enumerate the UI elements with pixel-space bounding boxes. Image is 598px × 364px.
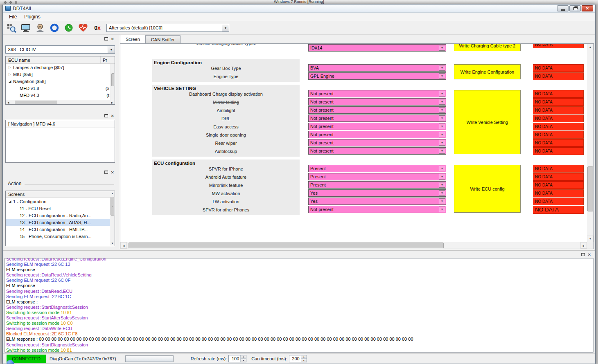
expert-mode-icon[interactable] bbox=[35, 22, 45, 33]
vm-close-icon[interactable] bbox=[4, 1, 7, 4]
scroll-down-icon[interactable]: ▼ bbox=[110, 241, 115, 246]
collapsed-icon[interactable]: ▷ bbox=[7, 72, 12, 76]
spin-down-icon[interactable]: ▼ bbox=[301, 359, 307, 362]
field-combo[interactable]: Not present▼ bbox=[308, 139, 446, 146]
field-combo[interactable]: ID#14 ▼ bbox=[308, 44, 446, 52]
field-combo[interactable]: Not present▼ bbox=[308, 131, 446, 138]
float-panel-icon[interactable] bbox=[104, 37, 108, 40]
column-ecu-name[interactable]: ECU name bbox=[6, 56, 101, 63]
screens-header[interactable]: Screens bbox=[6, 191, 115, 198]
chevron-down-icon[interactable]: ▼ bbox=[439, 190, 445, 196]
field-combo[interactable]: Present▼ bbox=[308, 173, 446, 180]
chevron-down-icon[interactable]: ▼ bbox=[439, 140, 445, 146]
vehicle-select[interactable]: X98 - CLIO IV ▼ bbox=[5, 45, 115, 54]
write-button[interactable]: Write Charging Cable type 2 bbox=[454, 44, 521, 51]
field-combo[interactable]: Not present▼ bbox=[308, 90, 446, 97]
screens-tree-row[interactable]: 15 - Phone, Consumption & Learn... bbox=[6, 233, 115, 240]
chevron-down-icon[interactable]: ▼ bbox=[439, 107, 445, 113]
vm-minimize-icon[interactable] bbox=[9, 1, 12, 4]
write-button[interactable]: Write ECU config bbox=[454, 165, 521, 213]
chevron-down-icon[interactable]: ▼ bbox=[439, 115, 445, 121]
hex-mode-icon[interactable]: 0x bbox=[92, 22, 103, 33]
spin-up-icon[interactable]: ▲ bbox=[241, 355, 246, 359]
scrollbar-thumb[interactable] bbox=[111, 73, 114, 86]
field-combo[interactable]: GPL Engine▼ bbox=[308, 72, 446, 80]
auto-refresh-icon[interactable] bbox=[63, 22, 74, 33]
screens-tree-row[interactable]: 14 - ECU configuration - HMI.TP... bbox=[6, 226, 115, 233]
chevron-down-icon[interactable]: ▼ bbox=[222, 24, 229, 31]
scroll-left-icon[interactable]: ◀ bbox=[120, 242, 127, 249]
chevron-down-icon[interactable]: ▼ bbox=[439, 65, 445, 71]
scrollbar-thumb[interactable] bbox=[111, 197, 114, 216]
vertical-scrollbar[interactable]: ▲ ▼ bbox=[110, 191, 115, 246]
screen-mode-icon[interactable] bbox=[20, 22, 31, 33]
write-button[interactable]: Write Vehicle Setting bbox=[454, 90, 521, 154]
spin-down-icon[interactable]: ▼ bbox=[241, 359, 246, 362]
screens-tree-row[interactable]: 11 - ECU Reset bbox=[6, 205, 115, 212]
selected-ecu-item[interactable]: [ Navigation ] MFD v4.6 bbox=[6, 120, 115, 128]
chevron-down-icon[interactable]: ▼ bbox=[439, 45, 445, 51]
restore-button[interactable] bbox=[569, 5, 581, 11]
float-panel-icon[interactable] bbox=[104, 171, 108, 174]
field-combo[interactable]: Not present▼ bbox=[308, 206, 446, 213]
horizontal-scrollbar[interactable]: ◀ ▶ bbox=[120, 242, 587, 249]
minimize-button[interactable] bbox=[557, 5, 569, 11]
scroll-right-icon[interactable]: ▶ bbox=[110, 101, 115, 104]
write-button[interactable]: Write Engine Configuration bbox=[454, 64, 521, 79]
tab-screen[interactable]: Screen bbox=[120, 35, 146, 43]
chevron-down-icon[interactable]: ▼ bbox=[439, 124, 445, 129]
scroll-right-icon[interactable]: ▶ bbox=[580, 242, 587, 249]
chevron-down-icon[interactable]: ▼ bbox=[439, 198, 445, 204]
chevron-down-icon[interactable]: ▼ bbox=[439, 174, 445, 180]
scroll-left-icon[interactable]: ◀ bbox=[6, 101, 11, 104]
ecu-tree-row[interactable]: MFD v1.8(x bbox=[6, 85, 115, 92]
menu-file[interactable]: File bbox=[5, 13, 20, 20]
float-panel-icon[interactable] bbox=[581, 253, 585, 256]
collapsed-icon[interactable]: ▷ bbox=[7, 65, 12, 69]
scroll-down-icon[interactable]: ▼ bbox=[587, 236, 593, 242]
close-panel-icon[interactable]: ✕ bbox=[111, 114, 114, 118]
expanded-icon[interactable]: ◢ bbox=[7, 200, 12, 204]
column-pr[interactable]: Pr bbox=[101, 58, 115, 63]
refresh-icon[interactable] bbox=[49, 22, 60, 33]
scan-ecu-icon[interactable] bbox=[6, 22, 17, 33]
session-select[interactable]: After sales (default) [10C0] ▼ bbox=[106, 24, 229, 32]
scrollbar-thumb[interactable] bbox=[15, 101, 57, 104]
field-combo[interactable]: Not present▼ bbox=[308, 98, 446, 106]
log-view[interactable]: Sending request :DataRead.Engine_Configu… bbox=[5, 258, 593, 353]
menu-plugins[interactable]: Plugins bbox=[20, 13, 44, 20]
close-panel-icon[interactable]: ✕ bbox=[588, 253, 591, 256]
scrollbar-thumb[interactable] bbox=[587, 166, 593, 211]
field-combo[interactable]: BVA▼ bbox=[308, 64, 446, 72]
field-combo[interactable]: Yes▼ bbox=[308, 189, 446, 197]
field-combo[interactable]: Present▼ bbox=[308, 181, 446, 189]
can-timeout-value[interactable]: 200 bbox=[289, 355, 301, 362]
chevron-down-icon[interactable]: ▼ bbox=[108, 46, 115, 53]
refresh-rate-spinner[interactable]: 100 ▲ ▼ bbox=[228, 355, 246, 362]
chevron-down-icon[interactable]: ▼ bbox=[439, 207, 445, 212]
screens-tree-row[interactable]: 12 - ECU configuration - Radio,Au... bbox=[6, 212, 115, 219]
close-panel-icon[interactable]: ✕ bbox=[111, 37, 114, 41]
ecu-tree-row[interactable]: ▷Lampes à décharge [$07] bbox=[6, 64, 115, 71]
chevron-down-icon[interactable]: ▼ bbox=[439, 132, 445, 137]
chevron-down-icon[interactable]: ▼ bbox=[439, 91, 445, 97]
spin-up-icon[interactable]: ▲ bbox=[301, 355, 307, 359]
field-combo[interactable]: Not present▼ bbox=[308, 147, 446, 155]
float-panel-icon[interactable] bbox=[104, 114, 108, 117]
diagnostics-heart-icon[interactable] bbox=[78, 22, 88, 33]
close-button[interactable]: ✕ bbox=[582, 5, 593, 11]
field-combo[interactable]: Not present▼ bbox=[308, 115, 446, 122]
scrollbar-thumb[interactable] bbox=[129, 243, 444, 248]
title-bar[interactable]: DDT4All ✕ bbox=[3, 4, 595, 13]
tab-can-sniffer[interactable]: CAN Sniffer bbox=[145, 35, 181, 43]
ecu-list-header[interactable]: ECU name Pr bbox=[6, 56, 115, 64]
can-timeout-spinner[interactable]: 200 ▲ ▼ bbox=[289, 355, 307, 362]
ecu-tree-row[interactable]: ▷MIU [$59] bbox=[6, 71, 115, 78]
refresh-rate-value[interactable]: 100 bbox=[229, 355, 240, 362]
chevron-down-icon[interactable]: ▼ bbox=[439, 166, 445, 171]
chevron-down-icon[interactable]: ▼ bbox=[439, 148, 445, 154]
horizontal-scrollbar[interactable]: ◀ ▶ bbox=[6, 100, 115, 104]
field-combo[interactable]: Not present▼ bbox=[308, 106, 446, 114]
field-combo[interactable]: Present▼ bbox=[308, 165, 446, 172]
vertical-scrollbar[interactable]: ▲ ▼ bbox=[587, 44, 593, 242]
